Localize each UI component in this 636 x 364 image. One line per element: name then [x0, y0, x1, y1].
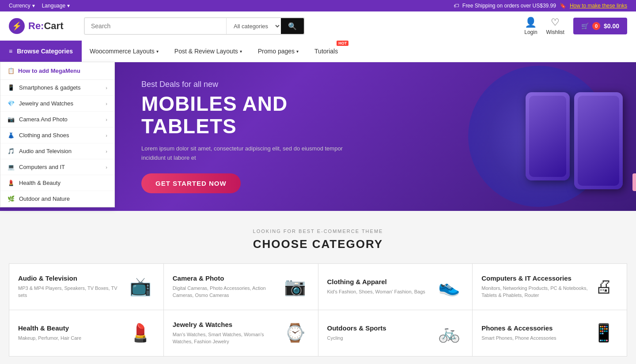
dropdown-item-camera[interactable]: 📷 Camera And Photo ›	[0, 112, 114, 128]
dropdown-item-health[interactable]: 💄 Health & Beauty	[0, 175, 114, 191]
nav-links: Woocommerce Layouts ▾ Post & Review Layo…	[82, 41, 346, 62]
computers-label: Computers and IT	[19, 164, 65, 170]
wishlist-button[interactable]: ♡ Wishlist	[546, 17, 564, 35]
logo[interactable]: ⚡ Re:Cart	[9, 18, 75, 34]
category-card-clothing[interactable]: Clothing & Apparel Kid's Fashion, Shoes,…	[318, 264, 473, 310]
category-card-phones[interactable]: Phones & Accessories Smart Phones, Phone…	[473, 310, 627, 356]
audio-chevron: ›	[106, 149, 107, 154]
language-label: Language	[42, 3, 65, 9]
browse-categories-button[interactable]: ≡ Browse Categories	[0, 41, 82, 62]
clothing-label: Clothing and Shoes	[19, 132, 69, 139]
logo-re: Re:	[28, 20, 44, 31]
category-audio-image: 📺	[126, 273, 155, 301]
dropdown-item-clothing[interactable]: 👗 Clothing and Shoes ›	[0, 128, 114, 143]
search-button[interactable]: 🔍	[281, 18, 304, 34]
category-clothing-title: Clothing & Apparel	[327, 278, 435, 285]
nav-link-tutorials[interactable]: Tutorials HOT	[307, 41, 346, 61]
health-icon: 💄	[8, 180, 15, 186]
camera-label: Camera And Photo	[19, 116, 68, 123]
category-card-health[interactable]: Health & Beauty Makeup, Perfumor, Hair C…	[9, 310, 163, 356]
audio-label: Audio and Television	[19, 148, 72, 154]
language-chevron: ▾	[67, 3, 70, 9]
hero-subtitle: Best Deals for all new	[141, 80, 353, 89]
dropdown-item-outdoor-left: 🌿 Outdoor and Nature	[8, 195, 70, 202]
nav-link-woocommerce[interactable]: Woocommerce Layouts ▾	[82, 41, 167, 61]
nav-bar: ≡ Browse Categories Woocommerce Layouts …	[0, 41, 636, 62]
search-input[interactable]	[85, 18, 226, 34]
dropdown-item-jewelry-left: 💎 Jewelry and Watches	[8, 100, 73, 107]
jewelry-icon: 💎	[8, 100, 15, 107]
dropdown-item-computers[interactable]: 💻 Computers and IT ›	[0, 159, 114, 175]
cart-price: $0.00	[604, 23, 619, 30]
header-actions: 👤 Login ♡ Wishlist 🛒 0 $0.00	[524, 17, 627, 35]
category-card-audio[interactable]: Audio & Television MP3 & MP4 Players, Sp…	[9, 264, 163, 310]
wishlist-label: Wishlist	[546, 29, 564, 35]
category-computers-desc: Monitors, Networking Products, PC & Note…	[481, 285, 590, 299]
category-clothing-image: 👟	[435, 273, 463, 301]
category-jewelry-desc: Man's Watches, Smart Watches, Woman's Wa…	[173, 331, 281, 345]
hero-description: Lorem ipsum dolor sit amet, consectetur …	[141, 144, 353, 163]
nav-link-post-review[interactable]: Post & Review Layouts ▾	[167, 41, 250, 61]
browse-categories-label: Browse Categories	[17, 48, 73, 55]
currency-label: Currency	[9, 3, 30, 9]
dropdown-item-outdoor[interactable]: 🌿 Outdoor and Nature	[0, 191, 114, 207]
section-subtitle: LOOKING FOR BEST E-COMMERCE THEME	[9, 229, 627, 234]
currency-selector[interactable]: Currency ▾	[9, 3, 35, 9]
category-dropdown: 📋 How to add MegaMenu 📱 Smartphones & ga…	[0, 62, 115, 207]
dropdown-item-clothing-left: 👗 Clothing and Shoes	[8, 132, 69, 139]
login-label: Login	[524, 29, 537, 35]
phone-container	[526, 67, 623, 206]
category-audio-title: Audio & Television	[18, 274, 126, 282]
outdoor-icon: 🌿	[8, 195, 15, 202]
login-button[interactable]: 👤 Login	[524, 17, 537, 35]
category-card-computers[interactable]: Computers & IT Accessories Monitors, Net…	[473, 264, 627, 310]
category-camera-title: Camera & Photo	[173, 274, 281, 282]
category-card-outdoors[interactable]: Outdoors & Sports Cycling 🚲	[318, 310, 473, 356]
hot-badge: HOT	[337, 41, 348, 46]
header: ⚡ Re:Cart All categories 🔍 👤 Login ♡ Wis…	[0, 11, 636, 41]
nav-link-promo[interactable]: Promo pages ▾	[250, 41, 307, 61]
category-card-camera[interactable]: Camera & Photo Digital Cameras, Photo Ac…	[164, 264, 318, 310]
wishlist-icon: ♡	[551, 17, 560, 28]
cart-icon: 🛒	[581, 23, 589, 30]
hero-title: MOBILES AND TABLETS	[141, 93, 353, 137]
category-phones-desc: Smart Phones, Phone Accessories	[481, 334, 590, 342]
category-card-health-info: Health & Beauty Makeup, Perfumor, Hair C…	[18, 324, 126, 342]
shipping-icon: 🏷	[454, 3, 459, 9]
camera-chevron: ›	[106, 117, 107, 122]
dropdown-item-audio-left: 🎵 Audio and Television	[8, 148, 72, 154]
dropdown-item-camera-left: 📷 Camera And Photo	[8, 116, 68, 123]
category-select[interactable]: All categories	[226, 18, 281, 34]
category-camera-desc: Digital Cameras, Photo Accessories, Acti…	[173, 285, 281, 299]
hero-cta-button[interactable]: GET STARTED NOW	[141, 173, 241, 193]
logo-icon: ⚡	[9, 18, 25, 34]
clothing-icon: 👗	[8, 132, 15, 139]
jewelry-label: Jewelry and Watches	[19, 100, 73, 107]
category-audio-desc: MP3 & MP4 Players, Speakers, TV Boxes, T…	[18, 285, 126, 299]
category-card-jewelry[interactable]: Jewelry & Watches Man's Watches, Smart W…	[164, 310, 318, 356]
category-outdoors-image: 🚲	[435, 319, 463, 347]
dropdown-item-computers-left: 💻 Computers and IT	[8, 164, 65, 170]
section-title: CHOOSE CATEGORY	[9, 237, 627, 251]
phone-shape-1	[526, 92, 570, 180]
dropdown-item-smartphones[interactable]: 📱 Smartphones & gadgets ›	[0, 80, 114, 96]
category-jewelry-title: Jewelry & Watches	[173, 321, 281, 328]
dropdown-item-smartphones-left: 📱 Smartphones & gadgets	[8, 84, 80, 91]
dropdown-item-jewelry[interactable]: 💎 Jewelry and Watches ›	[0, 96, 114, 112]
dropdown-header[interactable]: 📋 How to add MegaMenu	[0, 62, 114, 80]
top-bar: Currency ▾ Language ▾ 🏷 Free Shipping on…	[0, 0, 636, 11]
nav-post-review-arrow: ▾	[240, 49, 242, 54]
cart-button[interactable]: 🛒 0 $0.00	[573, 18, 627, 34]
nav-woocommerce-arrow: ▾	[156, 49, 159, 54]
language-selector[interactable]: Language ▾	[42, 3, 70, 9]
category-outdoors-title: Outdoors & Sports	[327, 324, 435, 332]
category-clothing-desc: Kid's Fashion, Shoes, Woman' Fashion, Ba…	[327, 288, 435, 296]
top-bar-left: Currency ▾ Language ▾	[9, 3, 70, 9]
smartphones-icon: 📱	[8, 84, 15, 91]
category-card-clothing-info: Clothing & Apparel Kid's Fashion, Shoes,…	[327, 278, 435, 296]
dropdown-item-audio[interactable]: 🎵 Audio and Television ›	[0, 143, 114, 159]
how-to-links[interactable]: How to make these links	[570, 3, 627, 9]
top-bar-right: 🏷 Free Shipping on orders over US$39.99 …	[454, 3, 627, 9]
list-icon: ≡	[9, 48, 12, 55]
hero-phones	[350, 62, 636, 211]
